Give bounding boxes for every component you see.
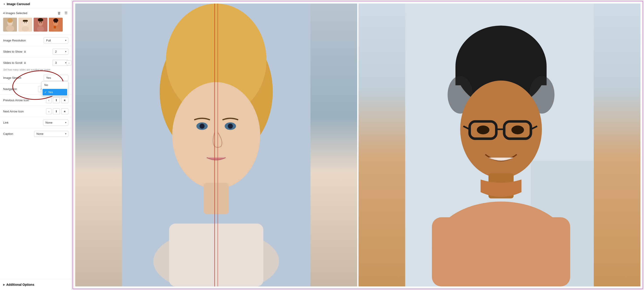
sidebar: ▼ Image Carousel 4 Images Selected 🗑 ☰ xyxy=(0,0,72,290)
left-photo-panel xyxy=(75,4,357,286)
delete-images-button[interactable]: 🗑 xyxy=(57,11,62,16)
svg-point-10 xyxy=(26,22,27,23)
image-resolution-row: Image Resolution Full Large Medium Thumb… xyxy=(0,36,72,46)
slides-to-scroll-select[interactable]: 1 2 3 4 xyxy=(52,60,68,66)
images-selected-row: 4 Images Selected 🗑 ☰ xyxy=(0,8,72,17)
yes-option-label: Yes xyxy=(48,90,53,94)
caption-row: Caption None Attachment Caption Custom C… xyxy=(0,129,72,139)
previous-arrow-star-button[interactable]: ★ xyxy=(61,97,68,103)
additional-options-chevron: ▶ xyxy=(3,283,5,286)
link-label: Link xyxy=(3,121,43,124)
svg-point-8 xyxy=(22,26,29,32)
additional-options-label: Additional Options xyxy=(6,283,34,286)
collapse-chevron[interactable]: ▼ xyxy=(3,3,5,5)
svg-point-2 xyxy=(6,25,14,32)
svg-point-50 xyxy=(477,126,489,134)
svg-rect-33 xyxy=(204,183,228,214)
image-stretch-option-no[interactable]: No xyxy=(42,82,68,88)
sidebar-collapse-toggle[interactable]: ‹ xyxy=(66,60,72,66)
image-resolution-select-wrapper: Full Large Medium Thumbnail ▾ xyxy=(44,38,68,44)
image-stretch-current-value: Yes xyxy=(46,76,51,80)
slides-scroll-hint: Set how many slides are scrolled per swi… xyxy=(0,68,72,73)
divider-3 xyxy=(0,57,72,57)
slides-to-scroll-select-wrapper: 1 2 3 4 ▾ xyxy=(52,60,68,66)
image-resolution-label: Image Resolution xyxy=(3,39,44,42)
thumbnail-1[interactable] xyxy=(3,18,17,32)
no-option-label: No xyxy=(44,83,48,87)
image-stretch-dropdown: No ✓ Yes xyxy=(42,81,68,96)
thumbnails-row xyxy=(0,17,72,34)
next-arrow-right-button[interactable]: › xyxy=(46,108,52,114)
images-selected-label: 4 Images Selected xyxy=(3,12,55,15)
svg-rect-11 xyxy=(23,20,28,22)
main-preview xyxy=(72,1,643,289)
image-stretch-label: Image Stretch xyxy=(3,76,44,80)
right-photo-panel xyxy=(358,4,640,286)
svg-point-16 xyxy=(41,22,42,23)
previous-arrow-upload-button[interactable]: ⬆ xyxy=(53,97,60,103)
navigation-label: Navigation xyxy=(3,87,38,91)
thumbnail-4[interactable] xyxy=(49,18,63,32)
previous-arrow-icon-label: Previous Arrow Icon xyxy=(3,98,45,102)
svg-rect-54 xyxy=(432,217,570,286)
image-stretch-toggle[interactable]: Yes xyxy=(44,75,68,81)
svg-point-15 xyxy=(39,22,40,23)
thumbnail-2[interactable] xyxy=(18,18,32,32)
caption-select[interactable]: None Attachment Caption Custom Caption xyxy=(34,131,68,137)
next-arrow-icon-row: Next Arrow Icon › ⬆ ★ xyxy=(0,106,72,116)
sidebar-spacer xyxy=(0,139,72,279)
next-arrow-upload-button[interactable]: ⬆ xyxy=(53,108,60,114)
slides-to-show-label: Slides to Show 🖥 xyxy=(3,50,52,53)
slides-to-scroll-label: Slides to Scroll 🖥 xyxy=(3,61,52,64)
slides-to-show-row: Slides to Show 🖥 1 2 3 4 ▾ xyxy=(0,46,72,57)
svg-rect-35 xyxy=(169,224,263,286)
image-stretch-row: Image Stretch Yes No ✓ Yes xyxy=(0,73,72,83)
image-stretch-dropdown-container: Yes No ✓ Yes xyxy=(44,75,68,81)
section-title: Image Carousel xyxy=(7,2,30,6)
next-arrow-star-button[interactable]: ★ xyxy=(61,108,68,114)
next-arrow-icon-label: Next Arrow Icon xyxy=(3,110,45,113)
svg-point-14 xyxy=(37,26,44,32)
link-select[interactable]: None Media File Custom URL xyxy=(43,120,68,126)
previous-arrow-icon-row: Previous Arrow Icon ‹ ⬆ ★ xyxy=(0,95,72,105)
slides-to-scroll-row: Slides to Scroll 🖥 1 2 3 4 ▾ ‹ xyxy=(0,58,72,68)
list-images-button[interactable]: ☰ xyxy=(64,10,68,16)
image-stretch-option-yes[interactable]: ✓ Yes xyxy=(42,89,67,96)
svg-point-17 xyxy=(38,18,43,22)
svg-point-31 xyxy=(200,124,204,128)
caption-select-wrapper: None Attachment Caption Custom Caption ▾ xyxy=(34,131,68,137)
divider-8 xyxy=(0,128,72,128)
divider-2 xyxy=(0,46,72,46)
svg-point-51 xyxy=(512,126,524,134)
additional-options[interactable]: ▶ Additional Options xyxy=(0,279,72,290)
link-select-wrapper: None Media File Custom URL ▾ xyxy=(43,120,68,126)
slides-to-show-select[interactable]: 1 2 3 4 xyxy=(52,48,68,55)
monitor-icon-slides-scroll: 🖥 xyxy=(24,61,26,64)
caption-label: Caption xyxy=(3,132,34,136)
monitor-icon-slides-show: 🖥 xyxy=(24,50,26,53)
svg-point-28 xyxy=(172,82,260,189)
image-resolution-select[interactable]: Full Large Medium Thumbnail xyxy=(44,38,68,44)
thumbnail-3[interactable] xyxy=(34,18,48,32)
slides-to-show-select-wrapper: 1 2 3 4 ▾ xyxy=(52,48,68,55)
link-row: Link None Media File Custom URL ▾ xyxy=(0,118,72,128)
checkmark-icon: ✓ xyxy=(44,90,47,94)
svg-point-9 xyxy=(24,22,25,23)
svg-point-5 xyxy=(8,18,13,22)
svg-point-32 xyxy=(228,124,233,128)
svg-rect-24 xyxy=(54,26,56,28)
divider-6 xyxy=(0,106,72,106)
section-header[interactable]: ▼ Image Carousel xyxy=(0,0,72,8)
previous-arrow-left-button[interactable]: ‹ xyxy=(46,97,52,103)
svg-point-23 xyxy=(53,18,58,22)
divider-1 xyxy=(0,35,72,35)
